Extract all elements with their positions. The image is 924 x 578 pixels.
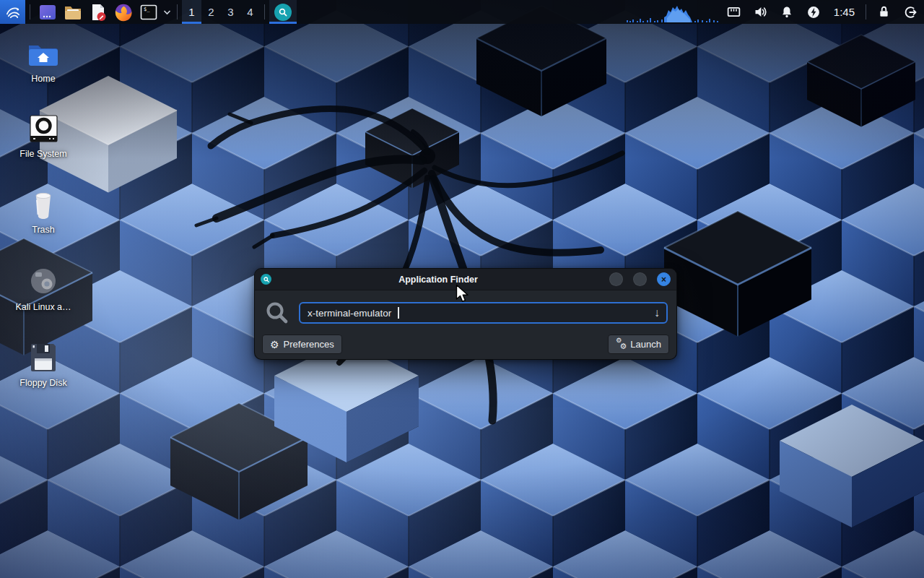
floppy-disk-icon bbox=[27, 342, 60, 374]
workspace-2[interactable]: 2 bbox=[201, 0, 221, 24]
volume-icon bbox=[753, 4, 768, 20]
desktop-icon-floppy-disk[interactable]: Floppy Disk bbox=[9, 342, 78, 388]
clock[interactable]: 1:45 bbox=[827, 0, 861, 24]
mouse-cursor bbox=[456, 284, 471, 304]
svg-text:$_: $_ bbox=[144, 7, 150, 12]
desktop-icon-home[interactable]: Home bbox=[9, 40, 78, 84]
clock-label: 1:45 bbox=[834, 6, 855, 18]
window-title: Application Finder bbox=[277, 275, 599, 285]
panel-separator bbox=[866, 4, 866, 20]
files-app-icon bbox=[38, 3, 57, 22]
notifications-indicator[interactable] bbox=[774, 0, 801, 24]
application-finder-window: Application Finder × x-terminal-emulator… bbox=[254, 268, 677, 360]
desktop-icon-label: File System bbox=[19, 149, 66, 159]
top-panel: $_ 1 2 3 4 bbox=[0, 0, 924, 24]
close-button[interactable]: × bbox=[657, 272, 671, 286]
terminal-dropdown-button[interactable] bbox=[161, 0, 173, 24]
launcher-text-editor[interactable] bbox=[85, 0, 110, 24]
hard-drive-icon bbox=[27, 114, 60, 144]
power-manager-indicator[interactable] bbox=[801, 0, 827, 24]
cpu-graph[interactable] bbox=[625, 0, 720, 24]
panel-separator bbox=[264, 4, 265, 20]
lock-screen-icon bbox=[877, 5, 891, 19]
search-row: x-terminal-emulator ↓ bbox=[265, 301, 668, 325]
volume-indicator[interactable] bbox=[747, 0, 774, 24]
lock-screen-button[interactable] bbox=[871, 0, 897, 24]
preferences-button[interactable]: ⚙ Preferences bbox=[262, 335, 342, 354]
desktop-icon-label: Trash bbox=[32, 225, 55, 235]
close-icon: × bbox=[661, 275, 666, 284]
workspace-1-label: 1 bbox=[188, 6, 194, 18]
log-out-icon bbox=[904, 5, 918, 20]
launch-label: Launch bbox=[630, 339, 661, 350]
search-icon bbox=[265, 301, 289, 325]
workspace-4-label: 4 bbox=[247, 6, 253, 18]
text-editor-icon bbox=[89, 3, 108, 22]
terminal-icon: $_ bbox=[139, 3, 158, 22]
file-manager-icon bbox=[64, 3, 82, 22]
chevron-down-icon bbox=[163, 9, 171, 15]
search-input[interactable]: x-terminal-emulator ↓ bbox=[299, 302, 668, 324]
kali-menu-button[interactable] bbox=[0, 0, 25, 24]
text-caret bbox=[398, 307, 399, 319]
network-indicator[interactable] bbox=[720, 0, 747, 24]
trash-bin-icon bbox=[27, 190, 60, 220]
button-row: ⚙ Preferences ⚙⚙ Launch bbox=[262, 335, 669, 354]
panel-separator bbox=[30, 4, 30, 20]
desktop-screen: $_ 1 2 3 4 bbox=[0, 0, 924, 578]
power-manager-icon bbox=[806, 5, 821, 20]
desktop-icon-label: Home bbox=[31, 74, 55, 84]
workspace-3-label: 3 bbox=[227, 6, 233, 18]
workspace-3[interactable]: 3 bbox=[221, 0, 240, 24]
log-out-button[interactable] bbox=[897, 0, 924, 24]
taskbar-application-finder[interactable] bbox=[269, 0, 297, 24]
maximize-button[interactable] bbox=[633, 272, 647, 286]
panel-right: 1:45 bbox=[625, 0, 924, 24]
workspace-2-label: 2 bbox=[208, 6, 214, 18]
network-icon bbox=[726, 4, 741, 20]
launch-button[interactable]: ⚙⚙ Launch bbox=[608, 335, 669, 354]
kali-docs-ghost-icon bbox=[27, 266, 60, 298]
launch-icon: ⚙⚙ bbox=[616, 339, 626, 350]
workspace-1[interactable]: 1 bbox=[182, 0, 201, 24]
firefox-icon bbox=[114, 3, 133, 22]
launcher-firefox[interactable] bbox=[110, 0, 136, 24]
arrow-down-icon[interactable]: ↓ bbox=[654, 307, 660, 319]
kali-menu-icon bbox=[4, 4, 21, 20]
panel-left: $_ 1 2 3 4 bbox=[0, 0, 297, 24]
launcher-terminal[interactable]: $_ bbox=[136, 0, 161, 24]
application-finder-icon bbox=[261, 274, 271, 285]
panel-separator bbox=[177, 4, 178, 20]
launcher-files-app[interactable] bbox=[35, 0, 60, 24]
gear-icon: ⚙ bbox=[270, 340, 279, 350]
preferences-label: Preferences bbox=[284, 339, 334, 350]
workspace-4[interactable]: 4 bbox=[240, 0, 260, 24]
desktop-icon-trash[interactable]: Trash bbox=[9, 190, 78, 235]
desktop-icon-label: Floppy Disk bbox=[19, 378, 66, 388]
notifications-bell-icon bbox=[780, 5, 794, 20]
application-finder-icon bbox=[274, 4, 292, 21]
desktop-icon-file-system[interactable]: File System bbox=[9, 114, 78, 159]
search-input-value: x-terminal-emulator bbox=[308, 308, 391, 319]
desktop-icon-label: Kali Linux a… bbox=[15, 302, 71, 312]
desktop-icon-kali-linux[interactable]: Kali Linux a… bbox=[9, 266, 78, 312]
minimize-button[interactable] bbox=[609, 272, 623, 286]
launcher-file-manager[interactable] bbox=[60, 0, 85, 24]
home-folder-icon bbox=[27, 40, 60, 69]
panel-spacer bbox=[297, 0, 625, 24]
